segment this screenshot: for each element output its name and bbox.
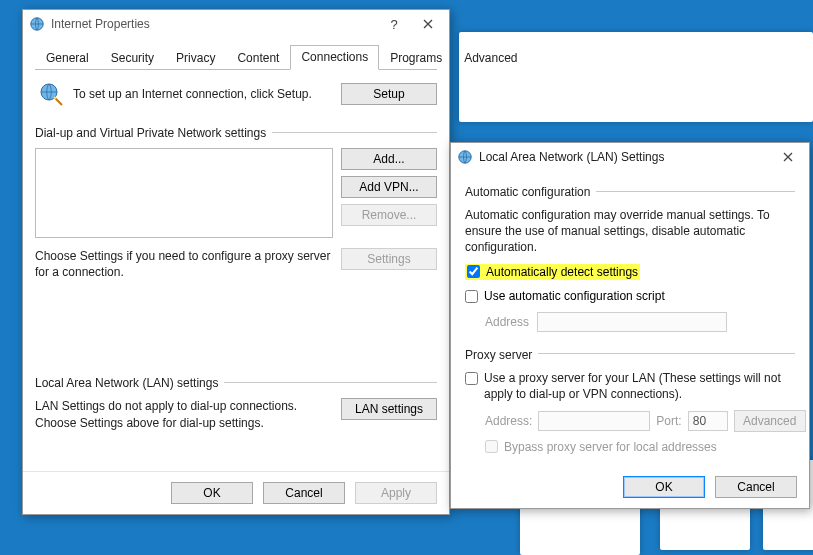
tab-security[interactable]: Security — [100, 46, 165, 70]
apply-button: Apply — [355, 482, 437, 504]
proxy-group-label: Proxy server — [465, 348, 532, 362]
titlebar: Local Area Network (LAN) Settings — [451, 143, 809, 171]
proxy-address-label: Address: — [485, 414, 532, 428]
auto-detect-row[interactable]: Automatically detect settings — [465, 264, 640, 280]
setup-button[interactable]: Setup — [341, 83, 437, 105]
window-title: Internet Properties — [51, 17, 377, 31]
dialup-group-label: Dial-up and Virtual Private Network sett… — [35, 126, 266, 140]
remove-button: Remove... — [341, 204, 437, 226]
ok-button[interactable]: OK — [623, 476, 705, 498]
use-proxy-row[interactable]: Use a proxy server for your LAN (These s… — [465, 370, 795, 402]
lan-group-label: Local Area Network (LAN) settings — [35, 376, 218, 390]
auto-config-hint: Automatic configuration may override man… — [465, 207, 795, 256]
proxy-group-header: Proxy server — [465, 344, 795, 364]
choose-settings-hint: Choose Settings if you need to configure… — [35, 248, 333, 280]
help-button[interactable]: ? — [377, 12, 411, 36]
tab-advanced[interactable]: Advanced — [453, 46, 528, 70]
use-proxy-checkbox[interactable] — [465, 372, 478, 385]
globe-icon — [457, 149, 473, 165]
titlebar: Internet Properties ? — [23, 10, 449, 38]
use-script-checkbox[interactable] — [465, 290, 478, 303]
script-address-input — [537, 312, 727, 332]
use-proxy-label: Use a proxy server for your LAN (These s… — [484, 370, 795, 402]
proxy-port-input — [688, 411, 728, 431]
lan-group-header: Local Area Network (LAN) settings — [35, 372, 437, 392]
auto-detect-label: Automatically detect settings — [486, 265, 638, 279]
dialog-footer: OK Cancel Apply — [23, 471, 449, 514]
close-button[interactable] — [771, 145, 805, 169]
bypass-row: Bypass proxy server for local addresses — [485, 440, 717, 454]
proxy-advanced-button: Advanced — [734, 410, 806, 432]
tab-programs[interactable]: Programs — [379, 46, 453, 70]
tab-privacy[interactable]: Privacy — [165, 46, 226, 70]
tab-connections[interactable]: Connections — [290, 45, 379, 70]
tab-strip: General Security Privacy Content Connect… — [35, 44, 437, 70]
lan-hint: LAN Settings do not apply to dial-up con… — [35, 398, 333, 430]
setup-hint: To set up an Internet connection, click … — [73, 86, 341, 102]
use-script-label: Use automatic configuration script — [484, 289, 665, 303]
add-vpn-button[interactable]: Add VPN... — [341, 176, 437, 198]
ok-button[interactable]: OK — [171, 482, 253, 504]
lan-settings-window: Local Area Network (LAN) Settings Automa… — [450, 142, 810, 509]
connections-listbox[interactable] — [35, 148, 333, 238]
settings-button: Settings — [341, 248, 437, 270]
proxy-port-label: Port: — [656, 414, 681, 428]
globe-wand-icon — [37, 80, 65, 108]
script-address-label: Address — [485, 315, 537, 329]
use-script-row[interactable]: Use automatic configuration script — [465, 289, 665, 303]
cancel-button[interactable]: Cancel — [263, 482, 345, 504]
internet-properties-window: Internet Properties ? General Security P… — [22, 9, 450, 515]
globe-icon — [29, 16, 45, 32]
close-button[interactable] — [411, 12, 445, 36]
dialog-footer: OK Cancel — [451, 466, 809, 508]
bypass-label: Bypass proxy server for local addresses — [504, 440, 717, 454]
window-title: Local Area Network (LAN) Settings — [479, 150, 771, 164]
dialup-group-header: Dial-up and Virtual Private Network sett… — [35, 122, 437, 142]
auto-config-group-label: Automatic configuration — [465, 185, 590, 199]
tab-content[interactable]: Content — [226, 46, 290, 70]
bypass-checkbox — [485, 440, 498, 453]
cancel-button[interactable]: Cancel — [715, 476, 797, 498]
lan-settings-button[interactable]: LAN settings — [341, 398, 437, 420]
proxy-address-input — [538, 411, 650, 431]
auto-config-group-header: Automatic configuration — [465, 181, 795, 201]
tab-general[interactable]: General — [35, 46, 100, 70]
svg-point-2 — [54, 97, 57, 100]
add-button[interactable]: Add... — [341, 148, 437, 170]
auto-detect-checkbox[interactable] — [467, 265, 480, 278]
